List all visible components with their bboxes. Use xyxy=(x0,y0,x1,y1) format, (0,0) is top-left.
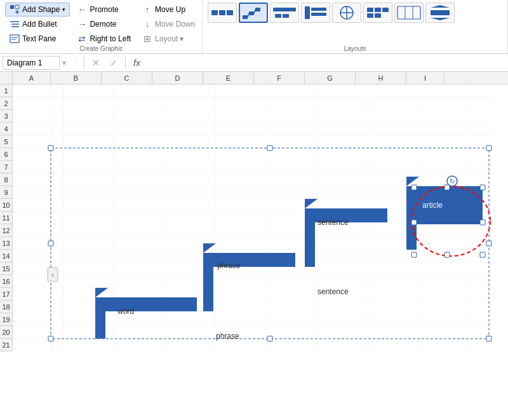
rtl-icon: ⇄ xyxy=(77,34,87,44)
row-19[interactable]: 19 xyxy=(0,313,12,326)
row-21[interactable]: 21 xyxy=(0,339,12,351)
svg-rect-76 xyxy=(480,185,485,190)
svg-rect-50 xyxy=(48,241,53,246)
svg-rect-21 xyxy=(305,6,310,19)
svg-text:↻: ↻ xyxy=(450,178,455,185)
svg-rect-35 xyxy=(431,10,450,15)
spreadsheet: A B C D E F G H I 1 2 3 4 5 6 7 8 9 10 1… xyxy=(0,72,508,351)
svg-rect-18 xyxy=(273,8,296,11)
row-12[interactable]: 12 xyxy=(0,224,12,237)
layout-icon-6[interactable] xyxy=(363,3,392,23)
row-20[interactable]: 20 xyxy=(0,326,12,339)
svg-rect-55 xyxy=(95,297,197,311)
row-6[interactable]: 6 xyxy=(0,148,12,161)
confirm-button[interactable]: ✓ xyxy=(106,56,121,70)
move-down-icon: ↓ xyxy=(142,19,152,29)
formula-bar: ▾ ⋮ ✕ ✓ fx xyxy=(0,54,508,72)
fx-button[interactable]: fx xyxy=(130,56,144,70)
layout-icon: ⊞ xyxy=(142,34,152,44)
svg-rect-20 xyxy=(283,14,289,18)
formula-input[interactable] xyxy=(147,57,505,69)
row-7[interactable]: 7 xyxy=(0,161,12,173)
add-bullet-button[interactable]: Add Bullet xyxy=(5,17,70,31)
row-2[interactable]: 2 xyxy=(0,97,12,110)
add-shape-button[interactable]: Add Shape ▾ xyxy=(5,3,70,17)
col-header-f[interactable]: F xyxy=(254,72,305,84)
layout-button[interactable]: ⊞ Layout ▾ xyxy=(138,32,199,46)
move-up-button[interactable]: ↑ Move Up xyxy=(138,3,199,17)
row-16[interactable]: 16 xyxy=(0,275,12,288)
col-header-h[interactable]: H xyxy=(356,72,406,84)
grid[interactable]: ‹ word p xyxy=(13,85,508,351)
svg-rect-30 xyxy=(367,13,373,18)
layout-icon-5[interactable] xyxy=(332,3,361,23)
ribbon-col-3: ↑ Move Up ↓ Move Down ⊞ Layout ▾ xyxy=(138,3,199,46)
promote-button[interactable]: ← Promote xyxy=(72,3,135,17)
layout-icon-8[interactable] xyxy=(425,3,455,23)
name-box[interactable] xyxy=(3,56,60,70)
svg-rect-7 xyxy=(10,35,19,43)
col-header-d[interactable]: D xyxy=(152,72,203,84)
promote-icon: ← xyxy=(77,4,87,15)
row-5[interactable]: 5 xyxy=(0,135,12,148)
row-14[interactable]: 14 xyxy=(0,250,12,262)
svg-rect-29 xyxy=(382,8,389,12)
formula-divider-2 xyxy=(125,57,126,69)
demote-icon: → xyxy=(77,19,87,29)
svg-text:phrase: phrase xyxy=(216,332,239,341)
svg-text:sentence: sentence xyxy=(318,287,349,296)
row-8[interactable]: 8 xyxy=(0,173,12,186)
svg-rect-44 xyxy=(48,146,53,151)
cancel-button[interactable]: ✕ xyxy=(88,56,104,70)
row-15[interactable]: 15 xyxy=(0,262,12,275)
add-bullet-icon xyxy=(10,19,20,29)
text-pane-icon xyxy=(10,34,20,44)
svg-rect-74 xyxy=(411,185,417,190)
col-header-b[interactable]: B xyxy=(51,72,102,84)
row-1[interactable]: 1 xyxy=(0,85,12,97)
text-pane-button[interactable]: Text Pane xyxy=(5,32,70,46)
layout-icon-7[interactable] xyxy=(394,3,424,23)
svg-rect-23 xyxy=(311,13,326,16)
row-17[interactable]: 17 xyxy=(0,288,12,301)
svg-rect-77 xyxy=(411,220,417,225)
row-10[interactable]: 10 xyxy=(0,199,12,212)
row-headers: 1 2 3 4 5 6 7 8 9 10 11 12 13 14 15 16 1… xyxy=(0,85,13,351)
layout-icons-container xyxy=(208,3,502,32)
layout-icon-3[interactable] xyxy=(270,3,299,23)
svg-rect-27 xyxy=(367,8,373,12)
right-to-left-button[interactable]: ⇄ Right to Left xyxy=(72,32,135,46)
layouts-group: Layouts xyxy=(203,0,508,53)
row-11[interactable]: 11 xyxy=(0,212,12,224)
col-header-g[interactable]: G xyxy=(305,72,356,84)
svg-rect-80 xyxy=(444,252,450,257)
create-graphic-group: Add Shape ▾ Add Bullet Text Pane xyxy=(0,0,203,53)
row-13[interactable]: 13 xyxy=(0,237,12,250)
svg-rect-32 xyxy=(398,6,420,19)
svg-text:‹: ‹ xyxy=(51,271,53,278)
svg-rect-47 xyxy=(48,336,53,341)
svg-line-16 xyxy=(248,13,249,17)
move-up-icon: ↑ xyxy=(142,4,152,15)
row-9[interactable]: 9 xyxy=(0,186,12,199)
layout-icon-2[interactable] xyxy=(239,3,268,23)
create-graphic-label: Create Graphic xyxy=(0,45,202,52)
col-header-a[interactable]: A xyxy=(13,72,51,84)
grid-area: 1 2 3 4 5 6 7 8 9 10 11 12 13 14 15 16 1… xyxy=(0,85,508,351)
layout-icon-1[interactable] xyxy=(208,3,237,23)
move-down-button[interactable]: ↓ Move Down xyxy=(138,17,199,31)
demote-button[interactable]: → Demote xyxy=(72,17,135,31)
svg-rect-11 xyxy=(219,10,225,15)
col-header-c[interactable]: C xyxy=(102,72,152,84)
svg-rect-22 xyxy=(311,8,326,11)
ribbon-col-2: ← Promote → Demote ⇄ Right to Left xyxy=(72,3,135,46)
row-3[interactable]: 3 xyxy=(0,110,12,123)
col-header-e[interactable]: E xyxy=(203,72,254,84)
col-header-i[interactable]: I xyxy=(406,72,444,84)
row-18[interactable]: 18 xyxy=(0,301,12,313)
row-4[interactable]: 4 xyxy=(0,123,12,135)
svg-rect-14 xyxy=(249,11,254,15)
svg-rect-79 xyxy=(411,252,417,257)
ribbon-col-1: Add Shape ▾ Add Bullet Text Pane xyxy=(5,3,70,46)
layout-icon-4[interactable] xyxy=(301,3,330,23)
